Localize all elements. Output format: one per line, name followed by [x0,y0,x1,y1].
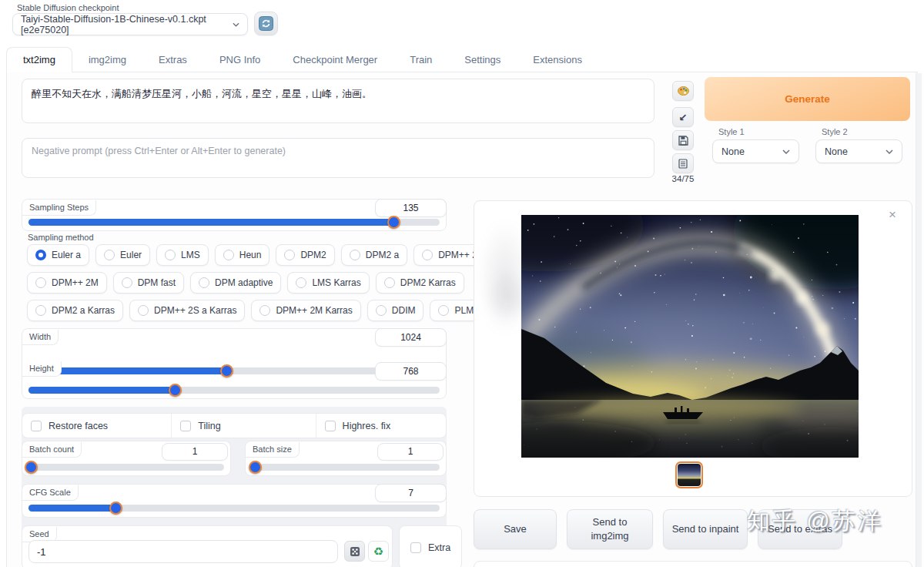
checkpoint-value: Taiyi-Stable-Diffusion-1B-Chinese-v0.1.c… [21,14,233,35]
sampler-option-dpm2-karras[interactable]: DPM2 Karras [376,272,464,294]
sampling-steps-value[interactable]: 135 [375,199,447,217]
batch-count-value[interactable]: 1 [162,443,228,461]
height-value[interactable]: 768 [375,362,447,381]
sampling-steps-slider[interactable] [28,219,440,226]
height-label: Height [22,361,62,377]
generated-image[interactable] [521,215,859,458]
batch-size-group: Batch size 1 [245,441,447,476]
sampler-option-dpm2[interactable]: DPM2 [276,244,334,266]
close-icon: × [889,207,896,223]
tab-train[interactable]: Train [393,48,448,72]
chevron-down-icon [782,149,790,154]
arrow-down-left-icon: ↙ [679,112,688,123]
style1-dropdown[interactable]: None [712,139,799,163]
radio-icon [104,250,115,260]
checkbox[interactable] [31,421,42,431]
sampler-option-dpm2-a[interactable]: DPM2 a [341,244,407,266]
send-to-inpaint-button[interactable]: Send to inpaint [663,509,748,549]
generate-button[interactable]: Generate [705,77,910,121]
sampler-option-dpm-fast[interactable]: DPM fast [113,272,184,294]
paste-generation-params-button[interactable]: ↙ [672,107,694,127]
tab-txt2img[interactable]: txt2img [6,47,72,72]
refresh-icon [259,16,273,31]
batch-count-group: Batch count 1 [22,441,231,476]
sampler-option-dpm-2m-karras[interactable]: DPM++ 2M Karras [251,300,360,321]
checkpoint-dropdown[interactable]: Taiyi-Stable-Diffusion-1B-Chinese-v0.1.c… [12,13,248,35]
slider-thumb[interactable] [109,502,122,515]
gallery-thumbnail-selected[interactable] [675,461,703,488]
tab-checkpoint-merger[interactable]: Checkpoint Merger [276,48,393,72]
sampler-option-ddim[interactable]: DDIM [367,300,424,321]
close-gallery-button[interactable]: × [882,205,902,225]
sampling-steps-group: Sampling Steps 135 [22,199,447,231]
extra-checkbox[interactable] [410,542,421,553]
width-value[interactable]: 1024 [375,328,447,347]
generation-info-panel [474,561,912,567]
negative-prompt-input[interactable] [22,138,654,178]
batch-count-slider[interactable] [28,464,224,471]
save-style-button[interactable] [672,130,694,150]
radio-icon [122,277,132,288]
reuse-seed-button[interactable]: ♻ [368,541,389,562]
radio-icon [138,305,149,316]
tab-extensions[interactable]: Extensions [517,48,598,72]
batch-size-slider[interactable] [252,464,440,471]
height-slider[interactable] [28,387,440,394]
slider-thumb[interactable] [169,384,182,397]
sampler-option-euler-a[interactable]: Euler a [27,244,89,266]
clipboard-icon [678,159,688,169]
sampler-option-dpm-2m[interactable]: DPM++ 2M [27,272,107,294]
interrogate-art-button[interactable] [672,81,694,101]
radio-icon [284,250,295,260]
slider-thumb[interactable] [25,461,38,474]
checkbox[interactable] [325,421,336,431]
tab-img2img[interactable]: img2img [72,48,142,72]
tab-extras[interactable]: Extras [142,48,203,72]
slider-thumb[interactable] [249,461,262,474]
sampler-option-euler[interactable]: Euler [95,244,150,266]
sampling-steps-label: Sampling Steps [22,200,96,216]
radio-icon [438,305,449,316]
radio-icon [165,250,176,260]
seed-input[interactable] [28,540,338,563]
sampling-method-options: Euler aEulerLMSHeunDPM2DPM2 aDPM++ 2S aD… [27,244,458,321]
refresh-checkpoint-button[interactable] [254,12,278,35]
batch-size-value[interactable]: 1 [377,443,444,461]
sampler-option-dpm-2s-a-karras[interactable]: DPM++ 2S a Karras [129,300,245,321]
token-counter: 34/75 [665,174,701,183]
cfg-scale-group: CFG Scale 7 [22,484,447,518]
slider-thumb[interactable] [387,216,400,229]
sampler-option-dpm-adaptive[interactable]: DPM adaptive [190,272,281,294]
radio-icon [35,305,46,316]
extra-seed-group: Extra [399,525,462,567]
batch-count-label: Batch count [22,442,82,458]
cfg-scale-slider[interactable] [28,505,440,512]
cfg-scale-value[interactable]: 7 [375,484,447,502]
tab-png-info[interactable]: PNG Info [203,48,276,72]
radio-icon [422,250,433,260]
slider-thumb[interactable] [220,364,233,377]
scrollbar[interactable] [916,73,922,567]
send-to-extras-button[interactable]: Send to extras [758,509,842,549]
tab-settings[interactable]: Settings [448,48,517,72]
radio-icon [35,250,46,260]
output-actions: SaveSend to img2imgSend to inpaintSend t… [474,509,912,549]
option-tiling: Tiling [171,414,315,438]
sampler-option-dpm2-a-karras[interactable]: DPM2 a Karras [27,300,123,321]
chevron-down-icon [233,22,239,27]
random-seed-button[interactable] [344,541,365,562]
radio-icon [384,277,395,288]
extra-label: Extra [428,542,450,553]
width-label: Width [22,330,59,345]
sampler-option-lms-karras[interactable]: LMS Karras [287,272,369,294]
send-to-img2img-button[interactable]: Send to img2img [567,509,653,549]
sampler-option-heun[interactable]: Heun [215,244,270,266]
prompt-input[interactable]: 醉里不知天在水，满船清梦压星河，小船，河流，星空，星星，山峰，油画。 [22,79,654,123]
sampler-option-lms[interactable]: LMS [156,244,209,266]
save-button[interactable]: Save [474,509,557,549]
sampling-method-label: Sampling method [28,233,94,242]
style2-dropdown[interactable]: None [815,139,902,163]
tab-bar: txt2imgimg2imgExtrasPNG InfoCheckpoint M… [6,46,918,72]
apply-style-button[interactable] [672,153,694,173]
checkbox[interactable] [180,421,191,431]
